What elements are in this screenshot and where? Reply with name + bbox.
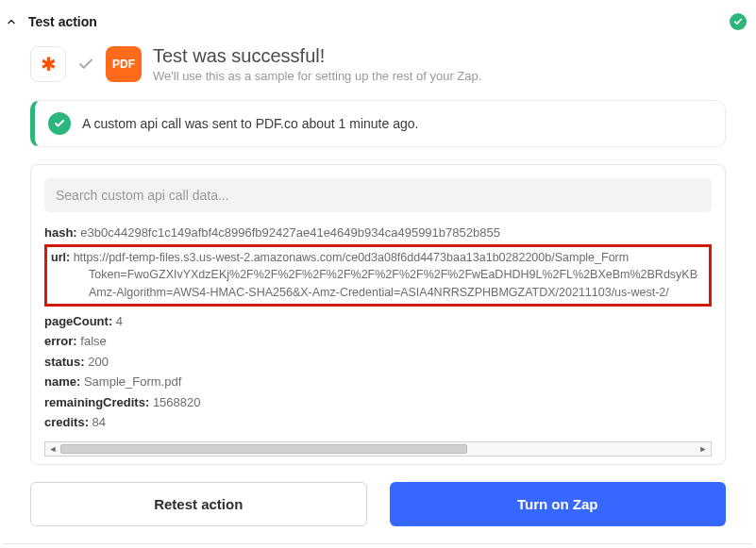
search-input[interactable]: Search custom api call data... [44,178,712,212]
kv-pagecount: pageCount: 4 [44,312,712,331]
kv-remainingcredits: remainingCredits: 1568820 [44,393,712,412]
scroll-right-icon[interactable]: ► [696,442,711,456]
kv-url-highlight: url: https://pdf-temp-files.s3.us-west-2… [44,244,712,307]
zapier-icon: ✱ [30,46,66,82]
success-title: Test was successful! [153,45,481,67]
section-title: Test action [28,14,97,29]
kv-credits: credits: 84 [44,413,712,432]
horizontal-scrollbar[interactable]: ◄ ► [44,441,712,457]
turn-on-zap-button[interactable]: Turn on Zap [390,482,727,526]
kv-status: status: 200 [44,353,712,372]
success-banner: A custom api call was sent to PDF.co abo… [30,100,726,147]
kv-error: error: false [44,332,712,351]
section-header[interactable]: Test action [4,2,752,40]
check-icon [77,56,94,73]
status-success-icon [730,13,747,30]
banner-text: A custom api call was sent to PDF.co abo… [82,116,418,131]
success-subtitle: We'll use this as a sample for setting u… [153,69,481,83]
scroll-left-icon[interactable]: ◄ [45,442,60,456]
result-data-card: Search custom api call data... hash: e3b… [30,164,726,465]
success-summary: ✱ PDF Test was successful! We'll use thi… [30,45,726,83]
kv-name: name: Sample_Form.pdf [44,373,712,391]
retest-button[interactable]: Retest action [30,482,367,526]
chevron-up-icon [4,14,19,29]
pdfco-icon: PDF [106,46,142,82]
kv-hash: hash: e3b0c44298fc1c149afbf4c8996fb92427… [44,224,712,242]
check-circle-icon [48,112,71,135]
